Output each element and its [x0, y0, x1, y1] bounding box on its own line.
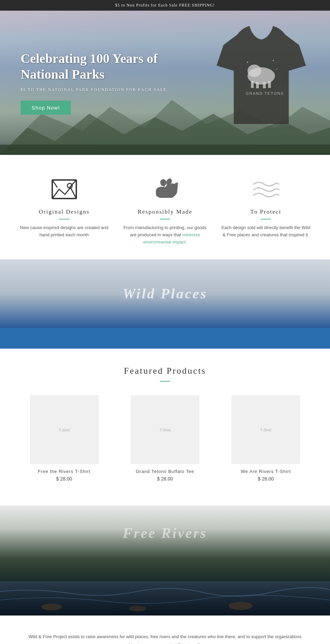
- hero-section: Celebrating 100 Years of National Parks …: [0, 11, 330, 155]
- svg-point-11: [276, 69, 277, 70]
- feature-3-divider: [261, 219, 271, 219]
- hero-content: Celebrating 100 Years of National Parks …: [0, 51, 179, 114]
- features-section: Original Designs New cause-inspired desi…: [0, 155, 330, 259]
- product-item-1[interactable]: T-Shirt Free the Rivers T-Shirt $ 28.00: [23, 395, 106, 482]
- product-name-3: We Are Rivers T-Shirt: [224, 469, 307, 474]
- blue-bar: [0, 328, 330, 349]
- banner-text: $5 to Non Profits for Each Sale FREE SHI…: [115, 3, 215, 8]
- svg-rect-7: [263, 82, 266, 88]
- product-item-2[interactable]: T-Shirt Grand Tetons Buffalo Tee $ 28.00: [124, 395, 206, 482]
- responsibly-made-icon: [151, 176, 179, 203]
- about-text-1: Wild & Free Project exists to raise awar…: [28, 633, 302, 644]
- hero-tshirt: GRAND TETONS: [213, 21, 309, 138]
- svg-rect-24: [0, 581, 330, 615]
- product-price-3: $ 28.00: [224, 476, 307, 482]
- product-price-2: $ 28.00: [124, 476, 206, 482]
- featured-products-divider: [160, 381, 170, 382]
- feature-2-desc: From manufacturing to printing, our good…: [120, 224, 210, 246]
- feature-3-desc: Each design sold will directly benefit t…: [221, 224, 310, 239]
- svg-point-25: [41, 603, 62, 610]
- hero-subtitle: $5 TO THE NATIONAL PARK FOUNDATION FOR E…: [21, 87, 179, 92]
- svg-rect-5: [251, 81, 254, 88]
- free-rivers-section: Free Rivers: [0, 506, 330, 581]
- to-protect-icon: [252, 176, 279, 203]
- feature-3-title: To Protect: [221, 208, 310, 215]
- feature-to-protect: To Protect Each design sold will directl…: [221, 176, 310, 239]
- svg-text:T-Shirt: T-Shirt: [160, 428, 170, 432]
- feature-2-title: Responsibly Made: [120, 208, 210, 215]
- free-rivers-title: Free Rivers: [123, 525, 207, 541]
- svg-point-9: [247, 61, 248, 63]
- feature-1-divider: [59, 219, 69, 219]
- svg-rect-8: [268, 81, 271, 88]
- river-photo: [0, 581, 330, 615]
- hero-title: Celebrating 100 Years of National Parks: [21, 51, 179, 82]
- featured-products-section: Featured Products T-Shirt Free the River…: [0, 349, 330, 506]
- products-grid: T-Shirt Free the Rivers T-Shirt $ 28.00 …: [14, 395, 316, 482]
- feature-1-desc: New cause-inspired designs are created a…: [20, 224, 109, 239]
- product-price-1: $ 28.00: [23, 476, 106, 482]
- original-designs-icon: [51, 176, 78, 203]
- product-image-3: T-Shirt: [231, 395, 300, 464]
- minimize-link[interactable]: minimize environmental impact.: [143, 232, 200, 245]
- svg-point-4: [248, 65, 261, 77]
- top-banner: $5 to Non Profits for Each Sale FREE SHI…: [0, 0, 330, 11]
- wild-places-title: Wild Places: [123, 285, 208, 302]
- product-name-1: Free the Rivers T-Shirt: [23, 469, 106, 474]
- free-rivers-bg: [0, 506, 330, 581]
- svg-point-10: [273, 60, 274, 61]
- featured-products-title: Featured Products: [14, 366, 316, 376]
- about-section: Wild & Free Project exists to raise awar…: [0, 615, 330, 644]
- svg-line-14: [52, 180, 57, 188]
- svg-rect-6: [256, 82, 259, 88]
- svg-point-27: [229, 602, 253, 610]
- svg-text:T-Shirt: T-Shirt: [260, 428, 271, 432]
- product-name-2: Grand Tetons Buffalo Tee: [124, 469, 206, 474]
- product-item-3[interactable]: T-Shirt We Are Rivers T-Shirt $ 28.00: [224, 395, 307, 482]
- product-image-2: T-Shirt: [131, 395, 199, 464]
- svg-rect-2: [0, 145, 330, 155]
- svg-rect-13: [52, 180, 76, 199]
- feature-1-title: Original Designs: [20, 208, 109, 215]
- product-image-1: T-Shirt: [30, 395, 99, 464]
- feature-original-designs: Original Designs New cause-inspired desi…: [20, 176, 109, 239]
- wild-places-section: Wild Places: [0, 259, 330, 328]
- svg-point-26: [129, 606, 146, 611]
- feature-responsibly-made: Responsibly Made From manufacturing to p…: [120, 176, 210, 246]
- shop-now-button[interactable]: Shop Now!: [21, 101, 71, 115]
- feature-2-divider: [160, 219, 170, 219]
- svg-text:GRAND TETONS: GRAND TETONS: [246, 91, 284, 95]
- svg-text:T-Shirt: T-Shirt: [58, 428, 69, 432]
